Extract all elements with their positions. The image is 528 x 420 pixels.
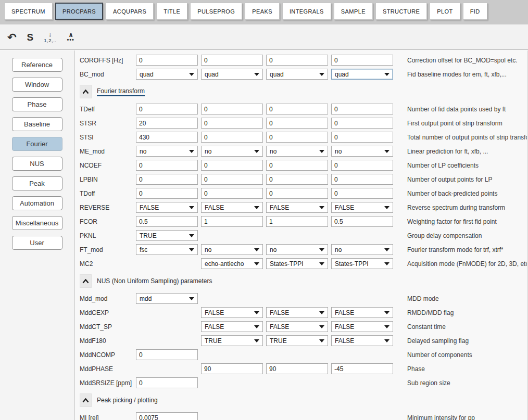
sidebar-item-user[interactable]: User — [12, 236, 62, 250]
sidebar-item-fourier[interactable]: Fourier — [12, 137, 62, 151]
sidebar-item-phase[interactable]: Phase — [12, 97, 62, 111]
input-lpbin-col1[interactable] — [136, 174, 198, 185]
input-mi-rel-col1[interactable] — [136, 412, 198, 420]
select-bc-mod-col4[interactable]: quad — [331, 69, 393, 80]
sidebar-item-reference[interactable]: Reference — [12, 58, 62, 72]
select-reverse-col4[interactable]: FALSE — [331, 202, 393, 213]
input-fcor-col4[interactable] — [331, 216, 393, 227]
set-sr-icon[interactable]: S — [27, 32, 34, 42]
select-me-mod-col3[interactable]: no — [266, 146, 328, 157]
input-stsi-col4[interactable] — [331, 132, 393, 143]
input-stsr-col2[interactable] — [201, 118, 263, 129]
tab-procpars[interactable]: PROCPARS — [55, 3, 103, 20]
select-reverse-col1[interactable]: FALSE — [136, 202, 198, 213]
collapse-section-button[interactable] — [80, 274, 92, 288]
sidebar-item-window[interactable]: Window — [12, 78, 62, 92]
select-bc-mod-col1[interactable]: quad — [136, 69, 198, 80]
undo-icon[interactable]: ↶ — [7, 32, 17, 43]
tab-spectrum[interactable]: SPECTRUM — [4, 3, 53, 20]
input-ncoef-col3[interactable] — [266, 160, 328, 171]
select-ft-mod-col3[interactable]: no — [266, 244, 328, 255]
select-me-mod-col2[interactable]: no — [201, 146, 263, 157]
select-mdd-mod-col1[interactable]: mdd — [136, 293, 198, 304]
collapse-all-sections-icon[interactable]: ∧ ••• — [67, 32, 74, 43]
param-row-mc2: MC2echo-antiechoStates-TPPIStates-TPPIAc… — [80, 258, 528, 269]
tab-acqupars[interactable]: ACQUPARS — [106, 3, 154, 20]
input-stsi-col2[interactable] — [201, 132, 263, 143]
select-mddcexp-col4[interactable]: FALSE — [331, 307, 393, 318]
input-fcor-col1[interactable] — [136, 216, 198, 227]
input-coroffs-hz-col3[interactable] — [266, 55, 328, 66]
input-stsr-col3[interactable] — [266, 118, 328, 129]
input-tdeff-col1[interactable] — [136, 104, 198, 114]
input-tdoff-col1[interactable] — [136, 188, 198, 199]
tab-peaks[interactable]: PEAKS — [245, 3, 280, 20]
input-mddphase-col4[interactable] — [331, 363, 393, 374]
input-stsr-col4[interactable] — [331, 118, 393, 129]
select-me-mod-col4[interactable]: no — [331, 146, 393, 157]
input-coroffs-hz-col4[interactable] — [331, 55, 393, 66]
select-bc-mod-col2[interactable]: quad — [201, 69, 263, 80]
sidebar-item-automation[interactable]: Automation — [12, 196, 62, 210]
input-tdoff-col2[interactable] — [201, 188, 263, 199]
collapse-section-button[interactable] — [80, 85, 92, 98]
input-mddphase-col2[interactable] — [201, 363, 263, 374]
input-mddsrsize-ppm-col1[interactable] — [136, 377, 198, 388]
tab-sample[interactable]: SAMPLE — [334, 3, 373, 20]
input-tdoff-col4[interactable] — [331, 188, 393, 199]
input-tdoff-col3[interactable] — [266, 188, 328, 199]
tab-plot[interactable]: PLOT — [430, 3, 460, 20]
select-ft-mod-col2[interactable]: no — [201, 244, 263, 255]
tab-fid[interactable]: FID — [463, 3, 487, 20]
input-mddncomp-col1[interactable] — [136, 349, 198, 360]
sidebar-item-miscellaneous[interactable]: Miscellaneous — [12, 216, 62, 230]
select-mddcexp-col3[interactable]: FALSE — [266, 307, 328, 318]
select-mddct-sp-col3[interactable]: FALSE — [266, 321, 328, 332]
sidebar-item-baseline[interactable]: Baseline — [12, 117, 62, 131]
input-stsr-col1[interactable] — [136, 118, 198, 129]
select-mddct-sp-col2[interactable]: FALSE — [201, 321, 263, 332]
input-stsi-col3[interactable] — [266, 132, 328, 143]
select-bc-mod-col3[interactable]: quad — [266, 69, 328, 80]
tab-title[interactable]: TITLE — [156, 3, 187, 20]
select-mddf180-col4[interactable]: FALSE — [331, 335, 393, 346]
input-lpbin-col2[interactable] — [201, 174, 263, 185]
input-ncoef-col2[interactable] — [201, 160, 263, 171]
select-ft-mod-col1[interactable]: fsc — [136, 244, 198, 255]
select-reverse-col2[interactable]: FALSE — [201, 202, 263, 213]
input-tdeff-col4[interactable] — [331, 104, 393, 114]
select-reverse-col3[interactable]: FALSE — [266, 202, 328, 213]
input-ncoef-col1[interactable] — [136, 160, 198, 171]
select-mc2-col4[interactable]: States-TPPI — [331, 258, 393, 269]
input-ncoef-col4[interactable] — [331, 160, 393, 171]
sidebar-item-nus[interactable]: NUS — [12, 157, 62, 171]
input-mddphase-col3[interactable] — [266, 363, 328, 374]
select-mddf180-col2[interactable]: TRUE — [201, 335, 263, 346]
input-coroffs-hz-col1[interactable] — [136, 55, 198, 66]
param-row-ft-mod: FT_modfscnononoFourier transform mode fo… — [80, 244, 528, 255]
select-pknl-col1[interactable]: TRUE — [136, 230, 198, 241]
param-label: MddSRSIZE [ppm] — [80, 379, 133, 387]
select-mddf180-col3[interactable]: TRUE — [266, 335, 328, 346]
input-tdeff-col3[interactable] — [266, 104, 328, 114]
select-mddct-sp-col4[interactable]: FALSE — [331, 321, 393, 332]
input-stsi-col1[interactable] — [136, 132, 198, 143]
input-fcor-col3[interactable] — [266, 216, 328, 227]
input-coroffs-hz-col2[interactable] — [201, 55, 263, 66]
select-ft-mod-col4[interactable]: no — [331, 244, 393, 255]
select-mc2-col2[interactable]: echo-antiecho — [201, 258, 263, 269]
input-tdeff-col2[interactable] — [201, 104, 263, 114]
input-lpbin-col3[interactable] — [266, 174, 328, 185]
tab-structure[interactable]: STRUCTURE — [375, 3, 427, 20]
sort-parameters-icon[interactable]: ↓ 1,2,.. — [44, 31, 56, 43]
tab-integrals[interactable]: INTEGRALS — [282, 3, 331, 20]
select-mddcexp-col2[interactable]: FALSE — [201, 307, 263, 318]
select-me-mod-col1[interactable]: no — [136, 146, 198, 157]
collapse-section-button[interactable] — [80, 393, 92, 407]
dropdown-arrow-icon — [384, 325, 389, 328]
tab-pulseprog[interactable]: PULSEPROG — [190, 3, 242, 20]
input-fcor-col2[interactable] — [201, 216, 263, 227]
sidebar-item-peak[interactable]: Peak — [12, 176, 62, 190]
select-mc2-col3[interactable]: States-TPPI — [266, 258, 328, 269]
input-lpbin-col4[interactable] — [331, 174, 393, 185]
